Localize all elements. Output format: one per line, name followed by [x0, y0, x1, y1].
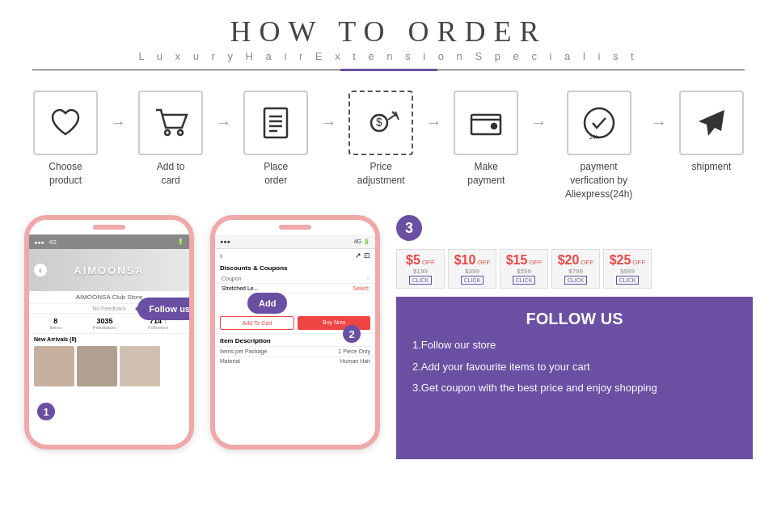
phone2-stretched-label: Stretched Le...	[222, 285, 259, 291]
coupon-2-off: OFF	[477, 259, 490, 266]
coupon-3: $15 OFF $599 CLICK	[500, 249, 548, 289]
phone2-desc-key-1: Items per Package	[220, 348, 267, 354]
phone2-section-title: Discounts & Coupons	[215, 262, 375, 274]
divider-line-left	[32, 70, 340, 70]
svg-point-14	[585, 108, 614, 137]
step-icon-heart	[33, 91, 98, 155]
step-icon-cart	[138, 91, 203, 155]
step-place-order: Placeorder	[234, 91, 317, 188]
coupon-5-amount: $25	[610, 253, 631, 268]
step-label-choose-product: Chooseproduct	[49, 160, 82, 188]
arrow-5: →	[527, 113, 550, 132]
phone2-mockup: ●●● 4G 🔋 ‹ ↗ ⊡ Discounts & Coupons Coupo…	[210, 215, 380, 450]
coupon-3-min: $599	[517, 268, 531, 275]
step-payment-verification: 24h paymentverfication byAliexpress(24h)	[550, 91, 648, 201]
coupon-1-min: $199	[413, 268, 428, 275]
phone1-notch	[93, 225, 125, 230]
follow-us-panel: FOLLOW US 1.Follow our store 2.Add your …	[396, 297, 753, 459]
phone1-step-badge: 1	[37, 403, 55, 420]
arrow-2: →	[212, 113, 234, 132]
follow-us-panel-title: FOLLOW US	[412, 310, 737, 328]
svg-point-1	[178, 130, 183, 135]
coupon-1-amount: $5	[406, 253, 420, 268]
step3-badge: 3	[396, 215, 422, 241]
follow-us-item-3: 3.Get coupon with the best price and enj…	[412, 381, 737, 395]
svg-rect-2	[264, 108, 287, 137]
follow-us-item-1: 1.Follow our store	[412, 338, 737, 353]
phone1-mockup: ●●● 4G 🔋 ‹ AIMOONSA Follow us AIMOONSA C…	[24, 215, 194, 450]
step-icon-price: $	[348, 91, 413, 155]
step-label-add-to-card: Add tocard	[157, 160, 185, 188]
coupon-5-min: $999	[620, 268, 635, 275]
coupon-2-amount: $10	[454, 253, 476, 268]
coupon-1: $5 OFF $199 CLICK	[396, 249, 445, 289]
coupon-5: $25 OFF $999 CLICK	[603, 249, 652, 289]
page-title: HOW TO ORDER	[0, 15, 777, 49]
arrow-3: →	[317, 113, 340, 132]
coupon-strip: $5 OFF $199 CLICK $10 OFF $399 CLICK $15…	[396, 249, 753, 289]
arrow-6: →	[648, 113, 670, 132]
step-label-shipment: shipment	[692, 160, 732, 174]
coupon-4-min: $799	[568, 268, 583, 275]
step-price-adjustment: $ Priceadjustment	[340, 91, 422, 188]
coupon-5-click[interactable]: CLICK	[616, 276, 640, 285]
step-icon-verify: 24h	[567, 91, 631, 155]
follow-us-bubble: Follow us	[137, 298, 189, 320]
step-add-to-card: Add tocard	[129, 91, 212, 188]
coupon-1-click[interactable]: CLICK	[409, 276, 433, 285]
step-icon-plane	[679, 91, 744, 155]
svg-text:$: $	[376, 116, 382, 129]
arrow-4: →	[422, 113, 445, 132]
phone1-screen: ●●● 4G 🔋 ‹ AIMOONSA Follow us AIMOONSA C…	[29, 220, 189, 445]
phone2-desc-key-2: Material	[220, 358, 240, 364]
step-label-place-order: Placeorder	[264, 160, 288, 188]
step-icon-wallet	[454, 91, 518, 155]
phone2-desc-val-1: 1 Piece Only	[338, 348, 370, 354]
coupon-2-min: $399	[465, 268, 479, 275]
coupon-2: $10 OFF $399 CLICK	[448, 249, 496, 289]
coupon-5-off: OFF	[632, 259, 645, 266]
divider-accent	[340, 69, 437, 71]
arrow-1: →	[107, 113, 129, 132]
coupon-4-amount: $20	[558, 253, 580, 268]
phone2-desc-val-2: Human Hair	[340, 358, 370, 364]
steps-row: Chooseproduct → Add tocard → Placeorder …	[0, 76, 777, 209]
coupon-2-click[interactable]: CLICK	[461, 276, 484, 285]
step-label-make-payment: Makepayment	[467, 160, 505, 188]
svg-line-9	[388, 115, 395, 120]
step-make-payment: Makepayment	[445, 91, 527, 188]
coupon-3-off: OFF	[529, 259, 542, 266]
phone2-btn-buy-now: Buy Now	[298, 316, 370, 330]
page-subtitle: L u x u r y H a i r E x t e n s i o n S …	[0, 50, 777, 62]
phone2-select-label: Select	[353, 285, 369, 291]
phone2-coupon-label: Coupon	[222, 276, 242, 281]
step-label-payment-verification: paymentverfication byAliexpress(24h)	[565, 160, 632, 201]
phone2-notch	[279, 225, 311, 230]
step-icon-list	[243, 91, 308, 155]
coupon-3-click[interactable]: CLICK	[513, 276, 536, 285]
step-choose-product: Chooseproduct	[24, 91, 107, 188]
right-panel: 3 $5 OFF $199 CLICK $10 OFF $399 CLICK	[396, 215, 753, 459]
header-divider	[32, 69, 745, 71]
header: HOW TO ORDER L u x u r y H a i r E x t e…	[0, 0, 777, 76]
divider-line-right	[437, 70, 745, 70]
step-label-price-adjustment: Priceadjustment	[357, 160, 405, 188]
phone2-btn-add-to-cart: Add To Cart	[220, 316, 294, 330]
svg-text:24h: 24h	[589, 134, 599, 140]
step-shipment: shipment	[670, 91, 753, 174]
coupon-1-off: OFF	[422, 259, 435, 266]
svg-point-0	[165, 130, 170, 135]
svg-point-13	[492, 124, 496, 129]
phone1-arrivals: New Arrivals (8)	[29, 334, 189, 344]
coupon-4: $20 OFF $799 CLICK	[551, 249, 600, 289]
coupon-4-off: OFF	[581, 259, 593, 266]
add-bubble: Add	[247, 293, 287, 314]
bottom-section: ●●● 4G 🔋 ‹ AIMOONSA Follow us AIMOONSA C…	[0, 209, 777, 459]
follow-us-panel-list: 1.Follow our store 2.Add your favourite …	[412, 338, 737, 395]
coupon-3-amount: $15	[506, 253, 528, 268]
follow-us-item-2: 2.Add your favourite items to your cart	[412, 360, 737, 374]
phone2-screen: ●●● 4G 🔋 ‹ ↗ ⊡ Discounts & Coupons Coupo…	[215, 220, 375, 445]
coupon-4-click[interactable]: CLICK	[564, 276, 588, 285]
